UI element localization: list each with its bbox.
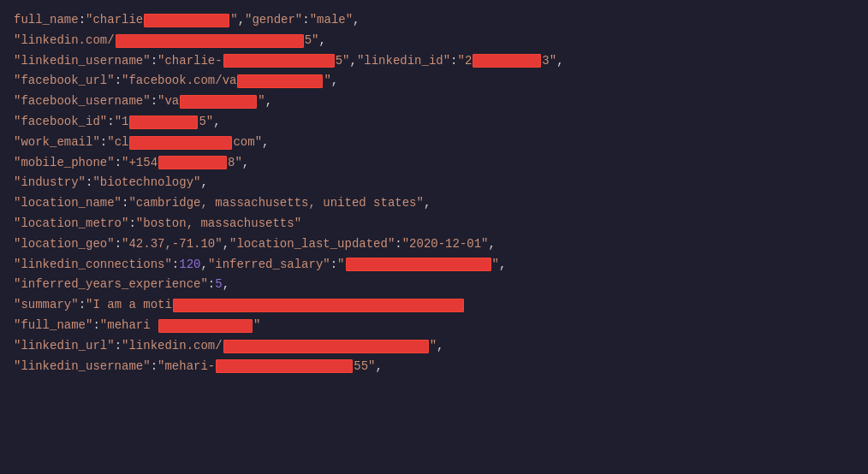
key-mobile-phone: "mobile_phone" (14, 153, 115, 174)
line-industry: "industry":"biotechnology", (14, 173, 854, 193)
line-linkedin-url2: "linkedin_url":"linkedin.com/ ", (14, 336, 854, 357)
redacted-linkedin-username (223, 54, 335, 68)
redacted-full-name2 (158, 319, 253, 333)
key-inferred-years: "inferred_years_experience" (14, 275, 208, 295)
line-summary: "summary":"I am a moti (14, 295, 854, 316)
value-connections: 120 (179, 255, 200, 276)
key-linkedin-connections: "linkedin_connections" (14, 255, 172, 276)
line-facebook-id: "facebook_id":"1 5", (14, 112, 854, 133)
value-location-geo: "42.37,-71.10" (122, 234, 223, 255)
line-connections-salary: "linkedin_connections":120,"inferred_sal… (14, 255, 854, 276)
key-gender: "gender" (245, 10, 302, 31)
key-facebook-id: "facebook_id" (14, 112, 107, 133)
redacted-facebook-username (180, 95, 257, 109)
charlie-text: charlie (92, 10, 143, 31)
redacted-linkedin-url (116, 34, 304, 48)
line-full-name2: "full_name":"mehari " (14, 316, 854, 336)
redacted-facebook-id (129, 116, 198, 129)
key-inferred-salary: "inferred_salary" (208, 255, 330, 276)
value-industry: "biotechnology" (92, 173, 200, 193)
code-display: full_name:"charlie ","gender":"male", "l… (0, 0, 868, 474)
value-location-name: "cambridge, massachusetts, united states… (128, 193, 423, 214)
value-years: 5 (215, 275, 222, 295)
key-facebook-url: "facebook_url" (14, 71, 115, 92)
key-facebook-username: "facebook_username" (14, 92, 151, 112)
key-linkedin-id: "linkedin_id" (357, 51, 450, 72)
line-mobile-phone: "mobile_phone":"+154 8", (14, 153, 854, 174)
line-facebook-url: "facebook_url":"facebook.com/va ", (14, 71, 854, 92)
line-linkedin-username-id: "linkedin_username":"charlie- 5","linked… (14, 51, 854, 72)
value-charlie: " (86, 10, 92, 31)
redacted-lastname (144, 14, 229, 27)
redacted-mobile-phone (158, 156, 227, 169)
value-location-last-updated: "2020-12-01" (402, 234, 489, 255)
key-location-name: "location_name" (14, 193, 122, 214)
line-location-name: "location_name":"cambridge, massachusett… (14, 193, 854, 214)
redacted-linkedin-username2 (216, 359, 353, 373)
redacted-facebook-url (237, 74, 323, 88)
redacted-linkedin-url2 (223, 340, 429, 353)
key-linkedin-username: "linkedin_username" (14, 51, 151, 72)
key-location-last-updated: "location_last_updated" (229, 234, 395, 255)
line-work-email: "work_email":"cl com", (14, 133, 854, 153)
line-linkedin-username2: "linkedin_username":"mehari- 55", (14, 357, 854, 377)
line-location-geo: "location_geo":"42.37,-71.10","location_… (14, 234, 854, 255)
linkedin-url-prefix: "linkedin.com/ (14, 31, 115, 51)
line-full-name-gender: full_name:"charlie ","gender":"male", (14, 10, 854, 31)
key-work-email: "work_email" (14, 133, 100, 153)
value-location-metro: "boston, massachusetts" (136, 214, 301, 234)
redacted-linkedin-id (473, 54, 541, 68)
key-summary: "summary" (14, 295, 79, 316)
value-male: "male" (310, 10, 353, 31)
key-industry: "industry" (14, 173, 86, 193)
redacted-work-email (129, 136, 232, 150)
key-location-metro: "location_metro" (14, 214, 128, 234)
key-full-name: full_name (14, 10, 79, 31)
line-location-metro: "location_metro":"boston, massachusetts" (14, 214, 854, 234)
linkedin-url-suffix: 5" (305, 31, 319, 51)
key-linkedin-username2: "linkedin_username" (14, 357, 151, 377)
key-location-geo: "location_geo" (14, 234, 115, 255)
redacted-salary (346, 258, 491, 271)
line-linkedin-url: "linkedin.com/ 5", (14, 31, 854, 51)
key-linkedin-url2: "linkedin_url" (14, 336, 115, 357)
redacted-summary (173, 299, 464, 312)
line-inferred-years: "inferred_years_experience":5, (14, 275, 854, 295)
line-facebook-username: "facebook_username":"va ", (14, 92, 854, 112)
key-full-name2: "full_name" (14, 316, 92, 336)
